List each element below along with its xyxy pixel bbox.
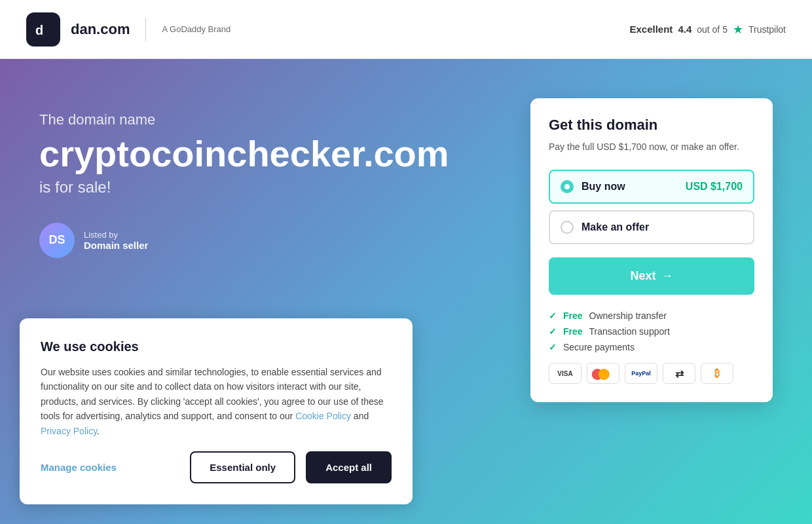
benefit-secure: ✓ Secure payments [549, 342, 754, 352]
essential-only-button[interactable]: Essential only [190, 451, 295, 483]
trustpilot-label: Excellent [630, 24, 673, 35]
bitcoin-icon: ₿ [701, 363, 733, 384]
benefit-text-1: Ownership transfer [589, 310, 667, 321]
domain-purchase-card: Get this domain Pay the full USD $1,700 … [530, 98, 773, 402]
hero-sale-text: is for sale! [39, 178, 504, 196]
benefit-ownership: ✓ Free Ownership transfer [549, 310, 754, 321]
seller-name: Domain seller [84, 240, 148, 251]
next-button-label: Next [630, 269, 655, 283]
logo-text: dan.com [71, 21, 130, 38]
benefit-transaction: ✓ Free Transaction support [549, 326, 754, 337]
trustpilot-brand: Trustpilot [748, 24, 786, 35]
make-offer-label: Make an offer [581, 221, 649, 233]
cookie-banner: We use cookies Our website uses cookies … [20, 318, 413, 504]
cookie-body: Our website uses cookies and similar tec… [41, 365, 392, 438]
benefit-text-3: Secure payments [563, 342, 635, 352]
check-icon: ✓ [549, 310, 557, 321]
buy-now-option[interactable]: Buy now USD $1,700 [549, 170, 754, 204]
make-offer-radio [561, 221, 574, 234]
seller-details: Listed by Domain seller [84, 230, 148, 251]
cookie-and-text: and [354, 411, 369, 421]
card-subtitle: Pay the full USD $1,700 now, or make an … [549, 140, 754, 154]
benefits-list: ✓ Free Ownership transfer ✓ Free Transac… [549, 310, 754, 352]
next-button[interactable]: Next → [549, 257, 754, 295]
payment-icons: VISA ⬤⬤ PayPal ⇄ ₿ [549, 363, 754, 384]
paypal-icon: PayPal [625, 363, 657, 384]
free-label-1: Free [563, 310, 583, 321]
seller-avatar: DS [39, 223, 75, 258]
next-arrow-icon: → [661, 269, 673, 283]
hero-subtitle: The domain name [39, 111, 504, 128]
header: d dan.com A GoDaddy Brand Excellent 4.4 … [0, 0, 812, 59]
benefit-text-2: Transaction support [589, 326, 670, 337]
bank-transfer-icon: ⇄ [663, 363, 695, 384]
buy-now-label: Buy now [581, 181, 625, 193]
privacy-policy-link[interactable]: Privacy Policy [41, 426, 97, 436]
manage-cookies-link[interactable]: Manage cookies [41, 462, 117, 473]
trustpilot-area: Excellent 4.4 out of 5 ★ Trustpilot [630, 22, 786, 37]
trustpilot-out-of: out of 5 [697, 24, 728, 35]
seller-listed-by: Listed by [84, 230, 148, 240]
seller-initials: DS [48, 233, 65, 247]
hero-left: The domain name cryptocoinchecker.com is… [39, 98, 504, 258]
cookie-title: We use cookies [41, 339, 392, 354]
card-title: Get this domain [549, 117, 754, 134]
dan-logo-icon: d [26, 12, 60, 47]
seller-info: DS Listed by Domain seller [39, 223, 504, 258]
free-label-2: Free [563, 326, 583, 337]
logo-divider [145, 18, 146, 41]
cookie-actions: Manage cookies Essential only Accept all [41, 451, 392, 483]
trustpilot-score: 4.4 [678, 24, 692, 35]
godaddy-brand-text: A GoDaddy Brand [162, 24, 231, 34]
trustpilot-star-icon: ★ [733, 22, 743, 37]
cookie-policy-link[interactable]: Cookie Policy [295, 411, 351, 421]
check-icon-3: ✓ [549, 342, 557, 352]
buy-now-radio [561, 180, 574, 193]
check-icon-2: ✓ [549, 326, 557, 337]
hero-section: The domain name cryptocoinchecker.com is… [0, 59, 812, 524]
hero-domain-name: cryptocoinchecker.com [39, 134, 504, 174]
accept-all-button[interactable]: Accept all [306, 451, 392, 483]
visa-icon: VISA [549, 363, 581, 384]
buy-now-price: USD $1,700 [686, 181, 743, 193]
mastercard-icon: ⬤⬤ [587, 363, 619, 384]
cookie-period: . [97, 426, 100, 436]
make-offer-option[interactable]: Make an offer [549, 210, 754, 244]
svg-text:d: d [35, 23, 43, 37]
logo-area: d dan.com A GoDaddy Brand [26, 12, 231, 47]
